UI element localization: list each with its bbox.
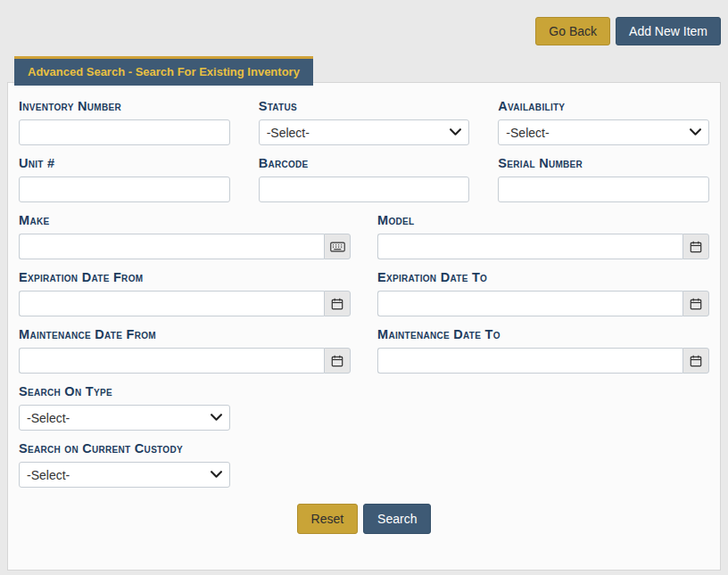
make-input[interactable] [19, 234, 324, 259]
field-expiration-date-to: Expiration Date To [377, 259, 709, 316]
make-keyboard-button[interactable] [324, 234, 351, 259]
form-row-2: Unit # Barcode Serial Number [19, 145, 709, 202]
search-on-current-custody-select[interactable]: -Select- [19, 462, 230, 488]
calendar-icon [331, 355, 343, 367]
availability-label: Availability [498, 99, 709, 113]
status-select[interactable]: -Select- [259, 119, 470, 145]
barcode-input[interactable] [259, 177, 470, 202]
tab-advanced-search: Advanced Search - Search For Existing In… [14, 56, 313, 86]
form-row-4: Expiration Date From Expiration Dat [19, 259, 709, 316]
status-label: Status [259, 99, 470, 113]
maintenance-date-from-label: Maintenance Date From [19, 327, 351, 341]
model-label: Model [377, 213, 709, 227]
field-status: Status -Select- [259, 88, 470, 145]
calendar-icon [690, 241, 702, 253]
model-input-group [377, 234, 709, 259]
field-unit: Unit # [19, 145, 230, 202]
field-maintenance-date-to: Maintenance Date To [377, 316, 709, 374]
maintenance-date-from-calendar-button[interactable] [324, 348, 351, 374]
calendar-icon [690, 355, 702, 367]
maintenance-date-from-input-group [19, 348, 351, 374]
search-on-current-custody-label: Search on Current Custody [19, 441, 230, 456]
maintenance-date-to-calendar-button[interactable] [682, 348, 709, 374]
maintenance-date-to-label: Maintenance Date To [377, 327, 709, 341]
barcode-label: Barcode [259, 156, 470, 170]
expiration-date-to-calendar-button[interactable] [682, 291, 709, 316]
search-on-type-select-wrap: -Select- [19, 405, 230, 431]
keyboard-icon [330, 242, 345, 252]
expiration-date-from-calendar-button[interactable] [324, 291, 351, 316]
tab-row: Advanced Search - Search For Existing In… [14, 56, 728, 82]
form-row-1: Inventory Number Status -Select- Availab… [19, 88, 709, 145]
maintenance-date-from-input[interactable] [19, 348, 324, 374]
form-actions: Reset Search [19, 504, 709, 534]
model-input[interactable] [377, 234, 682, 259]
add-new-item-button[interactable]: Add New Item [616, 17, 721, 45]
field-availability: Availability -Select- [498, 88, 709, 145]
expiration-date-from-input-group [19, 291, 351, 316]
form-row-6: Search On Type -Select- [19, 374, 709, 431]
expiration-date-from-input[interactable] [19, 291, 324, 316]
make-input-group [19, 234, 351, 259]
unit-input[interactable] [19, 177, 230, 202]
field-expiration-date-from: Expiration Date From [19, 259, 351, 316]
search-on-current-custody-select-wrap: -Select- [19, 462, 230, 488]
maintenance-date-to-input-group [377, 348, 709, 374]
calendar-icon [331, 298, 343, 310]
field-maintenance-date-from: Maintenance Date From [19, 316, 351, 374]
advanced-search-panel: Inventory Number Status -Select- Availab… [7, 82, 721, 571]
field-model: Model [377, 202, 709, 259]
model-calendar-button[interactable] [682, 234, 709, 259]
inventory-number-label: Inventory Number [19, 99, 230, 113]
field-search-on-current-custody: Search on Current Custody -Select- [19, 431, 230, 488]
form-row-3: Make [19, 202, 709, 259]
field-make: Make [19, 202, 351, 259]
expiration-date-to-input[interactable] [377, 291, 682, 316]
search-on-type-select[interactable]: -Select- [19, 405, 230, 431]
top-action-bar: Go Back Add New Item [0, 0, 728, 45]
expiration-date-from-label: Expiration Date From [19, 270, 351, 284]
maintenance-date-to-input[interactable] [377, 348, 682, 374]
unit-label: Unit # [19, 156, 230, 170]
reset-button[interactable]: Reset [297, 504, 359, 534]
form-row-7: Search on Current Custody -Select- [19, 431, 709, 488]
field-search-on-type: Search On Type -Select- [19, 374, 230, 431]
field-inventory-number: Inventory Number [19, 88, 230, 145]
go-back-button[interactable]: Go Back [535, 17, 610, 45]
calendar-icon [690, 298, 702, 310]
availability-select[interactable]: -Select- [498, 119, 709, 145]
field-serial-number: Serial Number [498, 145, 709, 202]
search-button[interactable]: Search [363, 504, 431, 534]
expiration-date-to-label: Expiration Date To [377, 270, 709, 284]
inventory-number-input[interactable] [19, 119, 230, 145]
expiration-date-to-input-group [377, 291, 709, 316]
serial-number-label: Serial Number [498, 156, 709, 170]
make-label: Make [19, 213, 351, 227]
field-barcode: Barcode [259, 145, 470, 202]
availability-select-wrap: -Select- [498, 119, 709, 145]
search-on-type-label: Search On Type [19, 384, 230, 398]
serial-number-input[interactable] [498, 177, 709, 202]
form-row-5: Maintenance Date From Maintenance D [19, 316, 709, 374]
status-select-wrap: -Select- [259, 119, 470, 145]
